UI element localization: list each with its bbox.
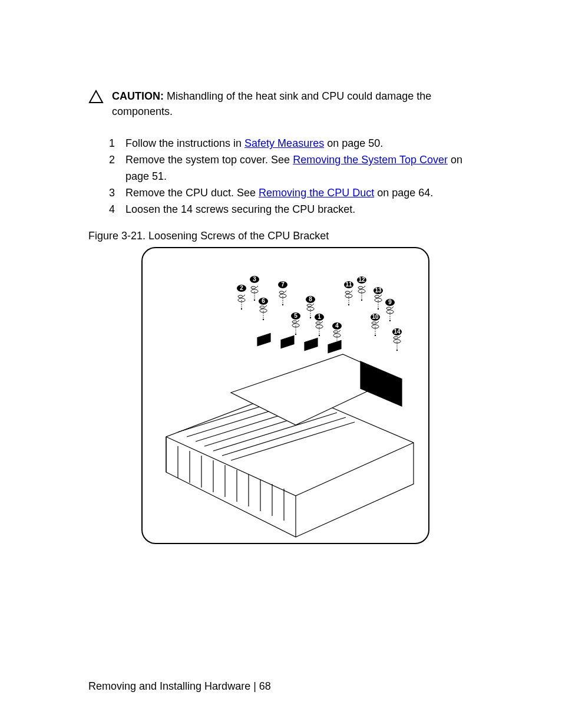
step-3-prefix: Remove the CPU duct. See xyxy=(125,187,259,199)
procedure-steps: Follow the instructions in Safety Measur… xyxy=(109,136,485,218)
caution-block: CAUTION: Mishandling of the heat sink an… xyxy=(88,88,485,119)
svg-text:9: 9 xyxy=(388,299,392,305)
svg-rect-17 xyxy=(257,333,270,345)
svg-rect-18 xyxy=(281,335,294,348)
figure-diagram: 2 3 6 7 5 8 1 4 xyxy=(141,247,429,544)
svg-text:1: 1 xyxy=(318,314,321,320)
footer-title: Removing and Installing Hardware xyxy=(88,680,250,692)
caution-triangle-icon xyxy=(88,90,104,104)
step-4-text: Loosen the 14 screws securing the CPU br… xyxy=(125,203,355,215)
step-3: Remove the CPU duct. See Removing the CP… xyxy=(109,185,485,202)
svg-text:5: 5 xyxy=(294,312,297,319)
link-removing-cpu-duct[interactable]: Removing the CPU Duct xyxy=(259,187,374,199)
caution-lead: CAUTION: xyxy=(112,90,164,102)
footer-page: 68 xyxy=(259,680,271,692)
footer-sep: | xyxy=(250,680,259,692)
svg-text:13: 13 xyxy=(375,287,382,294)
svg-text:10: 10 xyxy=(372,314,379,320)
step-1-prefix: Follow the instructions in xyxy=(125,137,244,149)
step-1: Follow the instructions in Safety Measur… xyxy=(109,136,485,152)
svg-rect-20 xyxy=(328,340,341,353)
step-4: Loosen the 14 screws securing the CPU br… xyxy=(109,202,485,218)
svg-text:6: 6 xyxy=(262,298,265,304)
svg-rect-19 xyxy=(305,338,318,350)
svg-text:11: 11 xyxy=(345,281,352,288)
step-2-prefix: Remove the system top cover. See xyxy=(125,154,293,166)
svg-text:14: 14 xyxy=(394,328,401,335)
step-1-suffix: on page 50. xyxy=(324,137,383,149)
svg-text:12: 12 xyxy=(358,276,365,283)
svg-text:3: 3 xyxy=(253,276,256,282)
svg-text:8: 8 xyxy=(309,296,312,302)
step-2: Remove the system top cover. See Removin… xyxy=(109,152,485,185)
svg-text:7: 7 xyxy=(281,281,285,288)
svg-text:4: 4 xyxy=(335,322,339,329)
step-3-suffix: on page 64. xyxy=(374,187,433,199)
hardware-diagram-icon: 2 3 6 7 5 8 1 4 xyxy=(143,248,428,543)
link-removing-top-cover[interactable]: Removing the System Top Cover xyxy=(293,154,448,166)
link-safety-measures[interactable]: Safety Measures xyxy=(244,137,324,149)
figure-caption: Figure 3-21. Loosening Screws of the CPU… xyxy=(88,230,485,242)
page-footer: Removing and Installing Hardware | 68 xyxy=(88,680,271,693)
svg-text:2: 2 xyxy=(240,285,243,291)
caution-text: CAUTION: Mishandling of the heat sink an… xyxy=(112,88,485,119)
